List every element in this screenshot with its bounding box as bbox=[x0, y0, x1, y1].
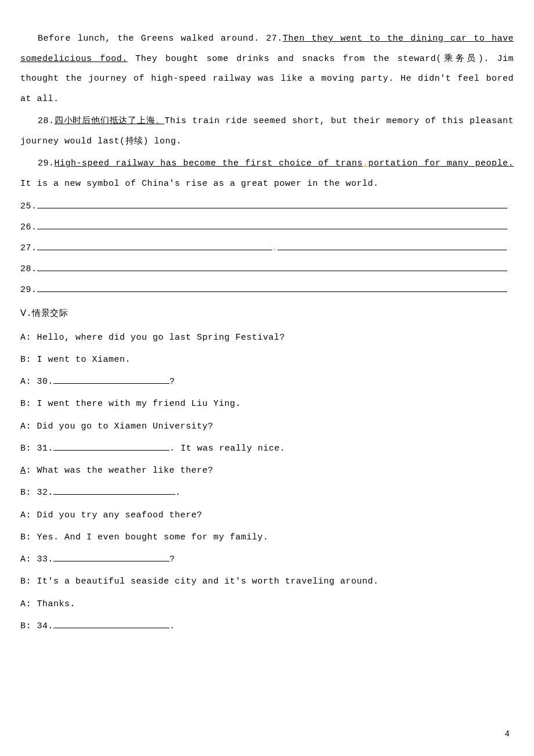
answer-line-29: 29. bbox=[20, 280, 514, 301]
dialog-l7-a: A bbox=[20, 466, 26, 476]
answer-line-28: 28. bbox=[20, 259, 514, 280]
answer-blank-25[interactable] bbox=[37, 199, 507, 208]
answer-blank-29[interactable] bbox=[37, 283, 507, 292]
dialog-line-6: B: 31.. It was really nice. bbox=[20, 438, 514, 460]
dialog-l6-pre: B: 31. bbox=[20, 444, 53, 453]
dialog-l6-post: . It was really nice. bbox=[169, 444, 286, 453]
blank-34[interactable] bbox=[53, 619, 169, 628]
dialog-l11-pre: A: 33. bbox=[20, 555, 53, 564]
answer-num-25: 25. bbox=[20, 201, 37, 211]
blank-31[interactable] bbox=[53, 441, 169, 451]
dialog-l8-post: . bbox=[175, 488, 181, 498]
blank-33[interactable] bbox=[53, 552, 169, 561]
answer-blank-27a[interactable] bbox=[37, 241, 272, 250]
answer-num-27: 27. bbox=[20, 243, 37, 253]
dialog-line-2: B: I went to Xiamen. bbox=[20, 349, 514, 371]
answer-num-26: 26. bbox=[20, 222, 37, 232]
stray-mark-icon: . bbox=[363, 159, 369, 168]
dialog-line-1: A: Hello, where did you go last Spring F… bbox=[20, 327, 514, 349]
dialog-line-12: B: It's a beautiful seaside city and it'… bbox=[20, 571, 514, 593]
dialog-line-3: A: 30.? bbox=[20, 371, 514, 393]
p2-pre: 28. bbox=[38, 116, 55, 126]
blank-30[interactable] bbox=[53, 375, 169, 384]
answer-line-26: 26. bbox=[20, 217, 514, 238]
dialog-line-14: B: 34.. bbox=[20, 615, 514, 638]
p3-post: It is a new symbol of China's rise as a … bbox=[20, 179, 379, 189]
answer-blank-28[interactable] bbox=[37, 262, 507, 271]
dialog-line-10: B: Yes. And I even bought some for my fa… bbox=[20, 527, 514, 549]
answer-blank-26[interactable] bbox=[37, 220, 507, 229]
paragraph-3: 29.High-speed railway has become the fir… bbox=[20, 154, 514, 194]
paragraph-2: 28.四小时后他们抵达了上海。This train ride seemed sh… bbox=[20, 111, 514, 152]
dialog-l14-pre: B: 34. bbox=[20, 621, 53, 631]
dialog-l7-b: : What was the weather like there? bbox=[26, 466, 214, 476]
dialog-l11-post: ? bbox=[169, 555, 175, 564]
p3-underline-b: portation for many people. bbox=[369, 159, 514, 168]
paragraph-1: Before lunch, the Greens walked around. … bbox=[20, 29, 514, 109]
dialog-l14-post: . bbox=[169, 621, 175, 631]
answer-line-25: 25. bbox=[20, 196, 514, 217]
blank-32[interactable] bbox=[53, 485, 175, 495]
dialog-line-4: B: I went there with my friend Liu Ying. bbox=[20, 393, 514, 415]
dialog-line-5: A: Did you go to Xiamen University? bbox=[20, 416, 514, 438]
p3-underline-a: High-speed railway has become the first … bbox=[55, 159, 363, 168]
stray-mark-icon: . bbox=[272, 243, 278, 253]
dialog-l3-post: ? bbox=[169, 377, 175, 387]
p3-pre: 29. bbox=[38, 159, 55, 168]
dialog-line-11: A: 33.? bbox=[20, 549, 514, 571]
answer-num-28: 28. bbox=[20, 264, 37, 274]
page-number: 4 bbox=[505, 729, 510, 739]
p1-pre: Before lunch, the Greens walked around. … bbox=[38, 34, 283, 44]
dialog-l8-pre: B: 32. bbox=[20, 488, 53, 498]
answer-num-29: 29. bbox=[20, 285, 37, 295]
dialog-line-7: A: What was the weather like there? bbox=[20, 460, 514, 482]
dialog-line-8: B: 32.. bbox=[20, 482, 514, 504]
dialog-l3-pre: A: 30. bbox=[20, 377, 53, 387]
dialog-line-13: A: Thanks. bbox=[20, 593, 514, 615]
answer-line-27: 27.. bbox=[20, 238, 514, 259]
p2-underline: 四小时后他们抵达了上海。 bbox=[55, 116, 165, 126]
answer-blank-27b[interactable] bbox=[277, 241, 507, 250]
dialog-line-9: A: Did you try any seafood there? bbox=[20, 505, 514, 527]
section-5-title: Ⅴ.情景交际 bbox=[20, 304, 514, 325]
